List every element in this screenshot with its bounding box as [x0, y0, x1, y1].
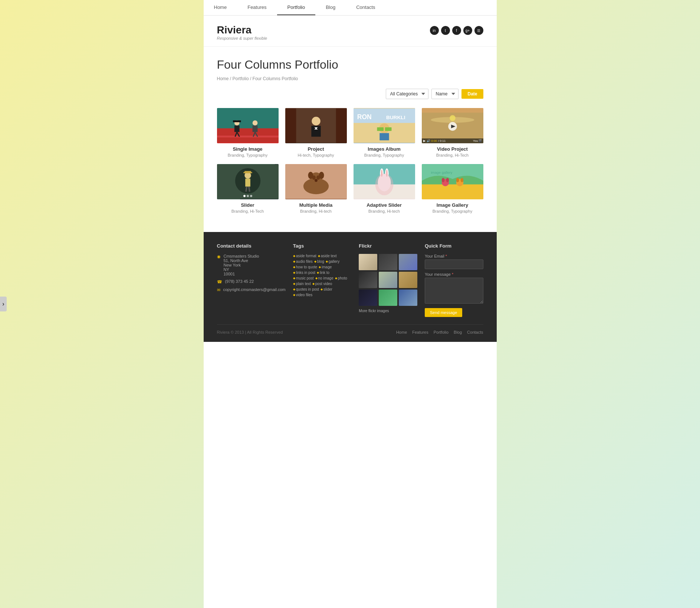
portfolio-item-video[interactable]: ▶ 🔊 0:00 / 0:11 You🎬 Video Project Brand…	[422, 108, 483, 157]
tag-photo[interactable]: ◆ photo	[335, 276, 347, 280]
svg-point-47	[319, 171, 324, 179]
multiple-media-thumb	[285, 164, 347, 199]
footer-tags: Tags ◆ aside format ◆ aside text ◆ audio…	[293, 243, 352, 317]
svg-line-38	[246, 186, 247, 192]
tag-how-to-quote[interactable]: ◆ how to quote	[293, 265, 317, 269]
flickr-image-4[interactable]	[359, 272, 377, 288]
nav-features[interactable]: Features	[237, 0, 277, 15]
send-button[interactable]: Send message	[425, 308, 462, 317]
twitter-icon[interactable]: t	[441, 26, 450, 35]
flickr-image-3[interactable]	[399, 254, 417, 270]
site-tagline: Responsive & super flexible	[217, 36, 267, 40]
portfolio-item-name: Project	[285, 146, 347, 152]
tag-link-to[interactable]: ◆ link to	[317, 271, 329, 275]
footer-phone: ☎ (978) 373 45 22	[217, 279, 286, 284]
svg-rect-0	[217, 108, 279, 128]
flickr-image-8[interactable]	[379, 290, 397, 306]
tag-audio-files[interactable]: ◆ audio files	[293, 259, 313, 264]
footer-contact: Contact details ◉ Cmsmasters Studio 51, …	[217, 243, 286, 317]
nav-blog[interactable]: Blog	[315, 0, 346, 15]
footer-contact-title: Contact details	[217, 243, 286, 249]
tag-quotes-in-post[interactable]: ◆ quotes in post	[293, 287, 319, 291]
svg-rect-1	[217, 128, 279, 143]
adaptive-slider-thumb	[354, 164, 415, 199]
flickr-image-6[interactable]	[399, 272, 417, 288]
main-content: Four Columns Portfolio Home / Portfolio …	[204, 47, 497, 232]
tag-plain-text[interactable]: ◆ plain text	[293, 282, 311, 286]
portfolio-item-name: Image Gallery	[422, 202, 483, 208]
svg-rect-2	[217, 135, 279, 137]
footer-nav-home[interactable]: Home	[396, 330, 407, 334]
tag-image[interactable]: ◆ image	[319, 265, 332, 269]
footer-nav-features[interactable]: Features	[412, 330, 428, 334]
portfolio-item-slider[interactable]: Slider Branding, Hi-Tech	[217, 164, 279, 213]
tag-music-post[interactable]: ◆ music post	[293, 276, 314, 280]
portfolio-item-multiple-media[interactable]: Multiple Media Branding, Hi-tech	[285, 164, 347, 213]
date-filter-button[interactable]: Date	[461, 89, 483, 99]
nav-home[interactable]: Home	[204, 0, 237, 15]
image-gallery-thumb: image gallery	[422, 164, 483, 199]
portfolio-item-image-gallery[interactable]: image gallery Image Gallery Branding, Ty…	[422, 164, 483, 213]
flickr-more-link[interactable]: More flickr images	[359, 309, 417, 313]
site-footer: Contact details ◉ Cmsmasters Studio 51, …	[204, 232, 497, 342]
tag-slider[interactable]: ◆ slider	[321, 287, 332, 291]
tags-list: ◆ aside format ◆ aside text ◆ audio file…	[293, 254, 352, 297]
video-overlay: ▶ 🔊 0:00 / 0:11 You🎬	[422, 138, 483, 143]
slider-dots	[243, 195, 252, 197]
breadcrumb: Home / Portfolio / Four Columns Portfoli…	[217, 76, 483, 81]
flickr-image-9[interactable]	[399, 290, 417, 306]
google-icon[interactable]: g+	[463, 26, 472, 35]
breadcrumb-current: Four Columns Portfolio	[253, 76, 298, 81]
message-label: Your message *	[425, 272, 483, 277]
svg-point-63	[460, 178, 463, 182]
footer-tags-title: Tags	[293, 243, 352, 249]
tag-links-in-post[interactable]: ◆ links in post	[293, 271, 315, 275]
portfolio-item-name: Multiple Media	[285, 202, 347, 208]
nav-contacts[interactable]: Contacts	[346, 0, 385, 15]
svg-rect-26	[385, 127, 391, 131]
portfolio-item-categories: Branding, Hi-tech	[354, 209, 415, 213]
portfolio-item-name: Video Project	[422, 146, 483, 152]
portfolio-item-categories: Branding, Hi-Tech	[217, 209, 279, 213]
tag-video-files[interactable]: ◆ video files	[293, 293, 312, 297]
tag-aside-format[interactable]: ◆ aside format	[293, 254, 316, 258]
categories-filter[interactable]: All Categories	[386, 89, 428, 99]
sidebar-toggle[interactable]: ›	[0, 297, 7, 311]
breadcrumb-home[interactable]: Home	[217, 76, 229, 81]
tag-post-video[interactable]: ◆ post video	[312, 282, 332, 286]
linkedin-icon[interactable]: in	[430, 26, 439, 35]
phone-icon: ☎	[217, 280, 222, 284]
message-field[interactable]	[425, 278, 483, 304]
svg-rect-24	[379, 133, 389, 140]
svg-point-29	[450, 115, 456, 121]
svg-rect-25	[377, 127, 384, 131]
tag-blog[interactable]: ◆ blog	[314, 259, 324, 264]
facebook-icon[interactable]: f	[452, 26, 461, 35]
flickr-image-7[interactable]	[359, 290, 377, 306]
location-icon: ◉	[217, 254, 221, 259]
svg-rect-5	[233, 120, 240, 122]
breadcrumb-portfolio[interactable]: Portfolio	[233, 76, 249, 81]
tag-aside-text[interactable]: ◆ aside text	[318, 254, 337, 258]
nav-portfolio[interactable]: Portfolio	[277, 0, 316, 15]
portfolio-item-project[interactable]: Project Hi-tech, Typography	[285, 108, 347, 157]
single-image-thumb	[217, 108, 279, 143]
tag-no-image[interactable]: ◆ no image	[315, 276, 333, 280]
svg-text:BURKLI: BURKLI	[386, 115, 405, 120]
social-links: in t f g+ ☰	[430, 26, 483, 35]
rss-icon[interactable]: ☰	[474, 26, 483, 35]
name-filter[interactable]: Name	[431, 89, 459, 99]
footer-nav-portfolio[interactable]: Portfolio	[434, 330, 448, 334]
footer-nav-blog[interactable]: Blog	[454, 330, 462, 334]
flickr-image-5[interactable]	[379, 272, 397, 288]
footer-quick-form: Quick Form Your Email * Your message * S…	[425, 243, 483, 317]
tag-gallery[interactable]: ◆ gallery	[326, 259, 339, 264]
portfolio-item-single-image[interactable]: Single Image Branding, Typography	[217, 108, 279, 157]
email-field[interactable]	[425, 259, 483, 269]
portfolio-item-images-album[interactable]: RON BURKLI Images Album Branding, Typogr…	[354, 108, 415, 157]
svg-point-61	[446, 178, 449, 182]
portfolio-item-adaptive-slider[interactable]: Adaptive Slider Branding, Hi-tech	[354, 164, 415, 213]
footer-nav-contacts[interactable]: Contacts	[467, 330, 483, 334]
flickr-image-1[interactable]	[359, 254, 377, 270]
flickr-image-2[interactable]	[379, 254, 397, 270]
